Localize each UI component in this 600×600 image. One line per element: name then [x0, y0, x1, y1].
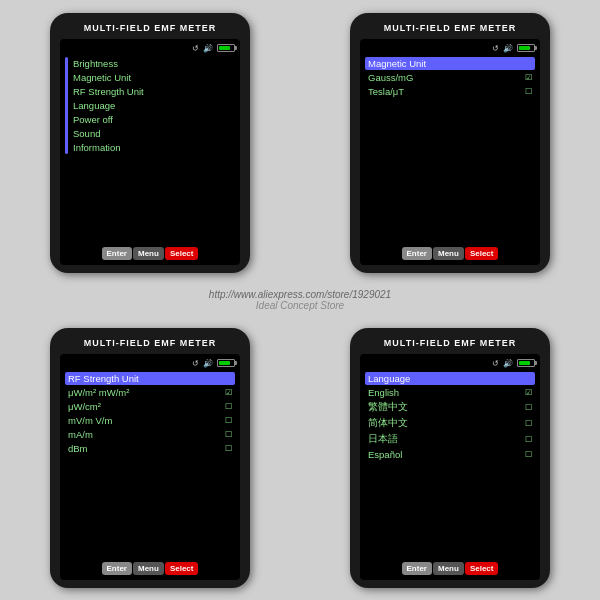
list-item[interactable]: dBm ☐: [65, 442, 235, 455]
list-item[interactable]: mA/m ☐: [65, 428, 235, 441]
list-item[interactable]: Language: [70, 99, 235, 112]
checkmark-icon: ☐: [525, 87, 532, 96]
list-item[interactable]: Tesla/μT ☐: [365, 85, 535, 98]
enter-button[interactable]: Enter: [102, 562, 132, 575]
device-3-wrapper: MULTI-FIELD EMF METER ↺ 🔊 RF Strength Un…: [0, 315, 300, 600]
checkmark-icon: ☐: [525, 403, 532, 412]
list-item[interactable]: Sound: [70, 127, 235, 140]
device-1-screen: ↺ 🔊 Brightness Magnetic Unit: [60, 39, 240, 265]
checkmark-icon: ☑: [525, 73, 532, 82]
battery-indicator: [217, 44, 235, 52]
device-2-wrapper: MULTI-FIELD EMF METER ↺ 🔊 Magnetic Unit …: [300, 0, 600, 285]
device-4-status-bar: ↺ 🔊: [365, 359, 535, 368]
checkmark-icon: ☐: [525, 450, 532, 459]
device-4-wrapper: MULTI-FIELD EMF METER ↺ 🔊 Language Engli…: [300, 315, 600, 600]
enter-button[interactable]: Enter: [402, 562, 432, 575]
watermark-section: http://www.aliexpress.com/store/1929021 …: [0, 285, 600, 315]
watermark-url: http://www.aliexpress.com/store/1929021: [209, 289, 391, 300]
device-4-bottom-bar: Enter Menu Select: [365, 562, 535, 575]
device-2-menu: Magnetic Unit Gauss/mG ☑ Tesla/μT ☐: [365, 57, 535, 242]
device-2-status-bar: ↺ 🔊: [365, 44, 535, 53]
left-indicator: [65, 57, 68, 154]
select-button[interactable]: Select: [165, 562, 199, 575]
list-item[interactable]: μW/cm² ☐: [65, 400, 235, 413]
checkmark-icon: ☑: [225, 388, 232, 397]
device-3-status-bar: ↺ 🔊: [65, 359, 235, 368]
device-1-title: MULTI-FIELD EMF METER: [84, 23, 216, 33]
battery-indicator: [517, 359, 535, 367]
menu-button[interactable]: Menu: [133, 562, 164, 575]
device-1: MULTI-FIELD EMF METER ↺ 🔊 Brightness: [50, 13, 250, 273]
device-1-bottom-bar: Enter Menu Select: [65, 247, 235, 260]
checkmark-icon: ☑: [525, 388, 532, 397]
device-3-menu: RF Strength Unit μW/m² mW/m² ☑ μW/cm² ☐ …: [65, 372, 235, 557]
refresh-icon: ↺: [192, 44, 199, 53]
enter-button[interactable]: Enter: [402, 247, 432, 260]
device-1-status-bar: ↺ 🔊: [65, 44, 235, 53]
device-2-screen: ↺ 🔊 Magnetic Unit Gauss/mG ☑ Tesla/μT ☐: [360, 39, 540, 265]
device-1-indicator-row: Brightness Magnetic Unit RF Strength Uni…: [65, 57, 235, 154]
list-item[interactable]: Magnetic Unit: [365, 57, 535, 70]
device-2-title: MULTI-FIELD EMF METER: [384, 23, 516, 33]
list-item[interactable]: Español ☐: [365, 448, 535, 461]
checkmark-icon: ☐: [225, 402, 232, 411]
select-button[interactable]: Select: [465, 562, 499, 575]
device-3: MULTI-FIELD EMF METER ↺ 🔊 RF Strength Un…: [50, 328, 250, 588]
sound-icon: 🔊: [203, 359, 213, 368]
list-item[interactable]: Brightness: [70, 57, 235, 70]
refresh-icon: ↺: [492, 359, 499, 368]
device-4-title: MULTI-FIELD EMF METER: [384, 338, 516, 348]
battery-fill: [219, 361, 230, 365]
battery-indicator: [217, 359, 235, 367]
list-item[interactable]: μW/m² mW/m² ☑: [65, 386, 235, 399]
sound-icon: 🔊: [503, 44, 513, 53]
watermark-store: Ideal Concept Store: [256, 300, 344, 311]
device-4: MULTI-FIELD EMF METER ↺ 🔊 Language Engli…: [350, 328, 550, 588]
sound-icon: 🔊: [503, 359, 513, 368]
list-item[interactable]: Information: [70, 141, 235, 154]
menu-button[interactable]: Menu: [433, 247, 464, 260]
menu-button[interactable]: Menu: [433, 562, 464, 575]
battery-fill: [519, 46, 530, 50]
device-1-wrapper: MULTI-FIELD EMF METER ↺ 🔊 Brightness: [0, 0, 300, 285]
device-3-bottom-bar: Enter Menu Select: [65, 562, 235, 575]
checkmark-icon: ☐: [225, 430, 232, 439]
refresh-icon: ↺: [192, 359, 199, 368]
device-4-screen: ↺ 🔊 Language English ☑ 繁體中文 ☐: [360, 354, 540, 580]
list-item[interactable]: Magnetic Unit: [70, 71, 235, 84]
device-1-menu: Brightness Magnetic Unit RF Strength Uni…: [65, 57, 235, 242]
list-item[interactable]: 简体中文 ☐: [365, 416, 535, 431]
list-item[interactable]: RF Strength Unit: [70, 85, 235, 98]
select-button[interactable]: Select: [165, 247, 199, 260]
checkmark-icon: ☐: [225, 416, 232, 425]
refresh-icon: ↺: [492, 44, 499, 53]
list-item[interactable]: 日本語 ☐: [365, 432, 535, 447]
sound-icon: 🔊: [203, 44, 213, 53]
select-button[interactable]: Select: [465, 247, 499, 260]
menu-button[interactable]: Menu: [133, 247, 164, 260]
list-item[interactable]: English ☑: [365, 386, 535, 399]
checkmark-icon: ☐: [225, 444, 232, 453]
device-4-menu: Language English ☑ 繁體中文 ☐ 简体中文 ☐ 日本語 ☐: [365, 372, 535, 557]
enter-button[interactable]: Enter: [102, 247, 132, 260]
checkmark-icon: ☐: [525, 419, 532, 428]
checkmark-icon: ☐: [525, 435, 532, 444]
battery-fill: [519, 361, 530, 365]
device-2: MULTI-FIELD EMF METER ↺ 🔊 Magnetic Unit …: [350, 13, 550, 273]
battery-fill: [219, 46, 230, 50]
list-item[interactable]: RF Strength Unit: [65, 372, 235, 385]
device-3-screen: ↺ 🔊 RF Strength Unit μW/m² mW/m² ☑ μW/cm…: [60, 354, 240, 580]
list-item[interactable]: Gauss/mG ☑: [365, 71, 535, 84]
list-item[interactable]: Power off: [70, 113, 235, 126]
list-item[interactable]: 繁體中文 ☐: [365, 400, 535, 415]
list-item[interactable]: Language: [365, 372, 535, 385]
battery-indicator: [517, 44, 535, 52]
list-item[interactable]: mV/m V/m ☐: [65, 414, 235, 427]
device-3-title: MULTI-FIELD EMF METER: [84, 338, 216, 348]
device-2-bottom-bar: Enter Menu Select: [365, 247, 535, 260]
